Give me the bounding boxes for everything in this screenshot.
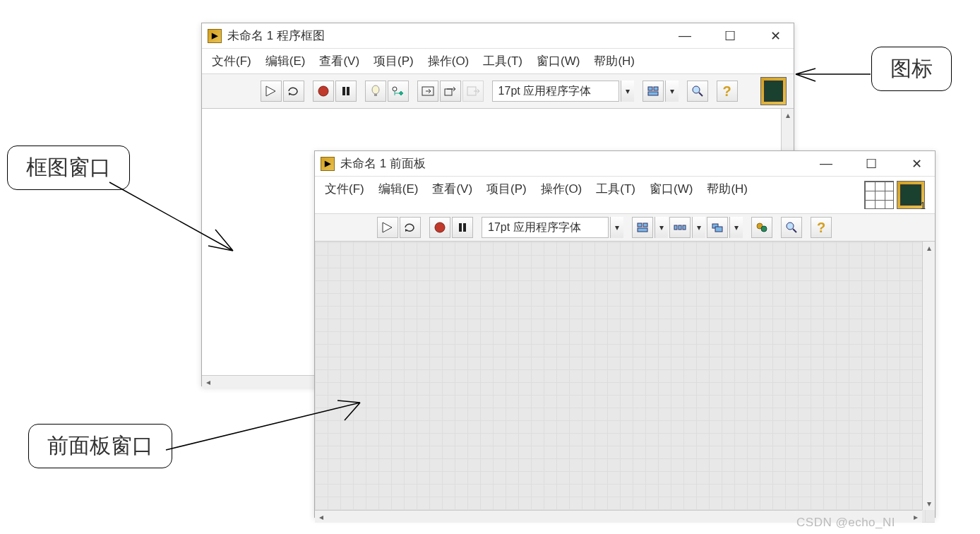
- scroll-down-icon[interactable]: ▾: [923, 497, 935, 510]
- distribute-dropdown-arrow[interactable]: ▾: [692, 217, 705, 238]
- menu-help[interactable]: 帮助(H): [707, 181, 748, 209]
- menubar: 文件(F) 编辑(E) 查看(V) 项目(P) 操作(O) 工具(T) 窗口(W…: [202, 49, 794, 74]
- menu-tools[interactable]: 工具(T): [483, 53, 522, 69]
- svg-point-3: [372, 85, 379, 94]
- run-button[interactable]: [377, 217, 398, 238]
- menu-operate[interactable]: 操作(O): [428, 53, 470, 69]
- run-continuously-button[interactable]: [283, 81, 304, 102]
- scroll-up-icon[interactable]: ▴: [923, 242, 935, 254]
- pause-button[interactable]: [335, 81, 357, 102]
- connector-pane[interactable]: [864, 181, 894, 209]
- help-button[interactable]: ?: [811, 217, 832, 238]
- labview-icon: ▶: [208, 29, 222, 43]
- search-button[interactable]: [687, 81, 708, 102]
- scroll-left-icon[interactable]: ◂: [315, 511, 328, 523]
- search-button[interactable]: [781, 217, 802, 238]
- menu-edit[interactable]: 编辑(E): [378, 181, 419, 209]
- svg-point-12: [693, 86, 700, 93]
- svg-point-13: [435, 222, 445, 232]
- callout-icon-label: 图标: [890, 57, 933, 80]
- svg-rect-17: [643, 223, 647, 227]
- svg-rect-7: [445, 89, 452, 95]
- titlebar[interactable]: ▶ 未命名 1 程序框图 — ☐ ✕: [202, 23, 794, 49]
- window-title: 未命名 1 程序框图: [227, 28, 672, 44]
- svg-rect-19: [674, 225, 677, 230]
- help-button[interactable]: ?: [717, 81, 738, 102]
- minimize-button[interactable]: —: [672, 26, 698, 46]
- pause-button[interactable]: [452, 217, 473, 238]
- svg-point-26: [787, 222, 794, 230]
- svg-point-25: [761, 226, 767, 232]
- svg-rect-10: [654, 87, 658, 90]
- align-button[interactable]: [643, 81, 664, 102]
- font-dropdown-arrow[interactable]: ▾: [621, 81, 634, 102]
- toolbar: 17pt 应用程序字体 ▾ ▾ ?: [202, 74, 794, 109]
- scroll-up-icon[interactable]: ▴: [782, 109, 794, 121]
- font-dropdown-arrow[interactable]: ▾: [610, 217, 623, 238]
- resize-button[interactable]: [707, 217, 728, 238]
- labview-icon: ▶: [321, 157, 335, 171]
- menu-window[interactable]: 窗口(W): [537, 53, 580, 69]
- svg-rect-23: [715, 227, 722, 232]
- scroll-left-icon[interactable]: ◂: [202, 376, 215, 388]
- menu-window[interactable]: 窗口(W): [650, 181, 693, 209]
- svg-rect-16: [638, 223, 642, 227]
- titlebar[interactable]: ▶ 未命名 1 前面板 — ☐ ✕: [315, 151, 935, 177]
- run-button[interactable]: [261, 81, 282, 102]
- callout-fp-label: 前面板窗口: [47, 434, 153, 457]
- font-selector[interactable]: 17pt 应用程序字体: [482, 217, 609, 238]
- menu-project[interactable]: 项目(P): [374, 53, 414, 69]
- scroll-right-icon[interactable]: ▸: [909, 511, 922, 523]
- close-button[interactable]: ✕: [904, 154, 929, 174]
- menu-view[interactable]: 查看(V): [319, 53, 359, 69]
- window-title: 未命名 1 前面板: [340, 155, 813, 172]
- abort-button[interactable]: [313, 81, 334, 102]
- menu-view[interactable]: 查看(V): [432, 181, 472, 209]
- callout-bd-label: 框图窗口: [26, 155, 111, 179]
- vi-number: 1: [920, 200, 926, 211]
- align-button[interactable]: [632, 217, 653, 238]
- retain-wire-values-button[interactable]: [388, 81, 409, 102]
- maximize-button[interactable]: ☐: [859, 154, 884, 174]
- toolbar: 17pt 应用程序字体 ▾ ▾ ▾ ▾ ?: [315, 214, 935, 242]
- callout-bd-pointer: [106, 177, 247, 261]
- menu-project[interactable]: 项目(P): [486, 181, 527, 209]
- menu-operate[interactable]: 操作(O): [541, 181, 582, 209]
- svg-rect-21: [683, 225, 686, 230]
- svg-point-5: [393, 87, 397, 91]
- svg-rect-11: [648, 92, 658, 95]
- front-panel-canvas[interactable]: ▴ ▾ ◂ ▸: [315, 242, 935, 523]
- close-button[interactable]: ✕: [763, 26, 788, 46]
- menu-edit[interactable]: 编辑(E): [265, 53, 306, 69]
- align-dropdown-arrow[interactable]: ▾: [665, 81, 679, 102]
- step-out-button[interactable]: [462, 81, 484, 102]
- callout-icon-pointer: [794, 67, 872, 88]
- vi-icon[interactable]: 1: [897, 181, 925, 209]
- resize-dropdown-arrow[interactable]: ▾: [729, 217, 743, 238]
- minimize-button[interactable]: —: [813, 154, 839, 174]
- watermark: CSDN @echo_NI: [796, 516, 895, 530]
- callout-icon: 图标: [871, 47, 952, 91]
- vertical-scrollbar[interactable]: ▴ ▾: [922, 242, 935, 510]
- abort-button[interactable]: [429, 217, 450, 238]
- menu-file[interactable]: 文件(F): [325, 181, 364, 209]
- menu-tools[interactable]: 工具(T): [596, 181, 635, 209]
- menu-help[interactable]: 帮助(H): [594, 53, 635, 69]
- svg-rect-18: [638, 228, 647, 232]
- run-continuously-button[interactable]: [400, 217, 421, 238]
- vi-icon[interactable]: [760, 77, 787, 105]
- svg-rect-4: [374, 94, 377, 96]
- step-over-button[interactable]: [440, 81, 461, 102]
- distribute-button[interactable]: [669, 217, 691, 238]
- maximize-button[interactable]: ☐: [717, 26, 743, 46]
- svg-rect-2: [347, 87, 349, 95]
- font-label: 17pt 应用程序字体: [498, 84, 592, 99]
- callout-fp-window: 前面板窗口: [28, 424, 172, 468]
- font-selector[interactable]: 17pt 应用程序字体: [492, 81, 619, 102]
- reorder-button[interactable]: [751, 217, 772, 238]
- menu-file[interactable]: 文件(F): [212, 53, 251, 69]
- highlight-execution-button[interactable]: [365, 81, 386, 102]
- align-dropdown-arrow[interactable]: ▾: [655, 217, 668, 238]
- callout-fp-pointer: [162, 392, 374, 463]
- step-into-button[interactable]: [417, 81, 438, 102]
